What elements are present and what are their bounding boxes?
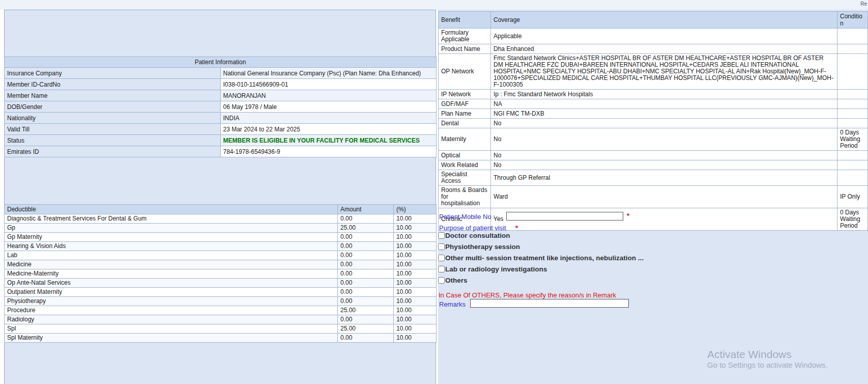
deductible-row: Lab0.0010.00 (5, 251, 437, 260)
benefit-cell: Rooms & Boards for hospitalisation (439, 186, 491, 208)
benefit-coverage-table: BenefitCoverageCondition Formulary Appli… (438, 11, 868, 231)
patient-info-label: DOB/Gender (5, 101, 221, 113)
benefit-row: OP NetworkFmc Standard Network Clinics+A… (439, 54, 868, 90)
patient-info-label: Valid Till (5, 124, 221, 135)
patient-info-label: Insurance Company (5, 68, 221, 79)
deductible-row: Op Ante-Natal Services0.0010.00 (5, 279, 437, 288)
deductible-percent-cell: 10.00 (394, 324, 437, 334)
coverage-cell: No (491, 151, 837, 160)
patient-info-label: Emirates ID (5, 146, 221, 157)
patient-info-value: 06 May 1978 / Male (220, 101, 437, 113)
deductible-percent-cell: 10.00 (394, 242, 437, 251)
deductible-row: Physiotherapy0.0010.00 (5, 297, 437, 306)
coverage-cell: No (491, 128, 837, 151)
condition-cell (837, 44, 868, 54)
page: Re BenefitCoverageCondition Formulary Ap… (0, 0, 868, 384)
deductible-column-header: (%) (394, 205, 437, 214)
purpose-checkbox-row: Others (438, 277, 468, 284)
benefit-row: Formulary ApplicableApplicable (439, 29, 868, 44)
benefit-row: Plan NameNGI FMC TM-DXB (439, 109, 868, 119)
benefit-cell: OP Network (439, 54, 491, 90)
coverage-cell: Ward (491, 186, 837, 208)
coverage-cell: No (491, 160, 837, 170)
deductible-row: Outpatient Maternity0.0010.00 (5, 288, 437, 297)
patient-info-row: Member ID-CardNoI038-010-114566909-01 (5, 79, 437, 90)
deductible-amount-cell: 25.00 (338, 306, 394, 315)
others-remark-note: In Case Of OTHERS, Please specify the re… (439, 291, 616, 299)
deductible-name-cell: Lab (5, 251, 338, 260)
purpose-checkbox-label: Physiotherapy session (445, 243, 520, 251)
deductible-row: Procedure25.0010.00 (5, 306, 437, 315)
deductible-table: DeductibleAmount(%) Diagnostic & Treatme… (4, 204, 437, 343)
deductible-name-cell: Spl Maternity (5, 334, 338, 343)
deductible-name-cell: Diagnostic & Treatment Services For Dent… (5, 214, 338, 224)
deductible-row: Medicine0.0010.00 (5, 260, 437, 269)
purpose-checkbox[interactable] (438, 232, 445, 239)
deductible-name-cell: Medicine (5, 260, 338, 269)
deductible-amount-cell: 0.00 (338, 214, 394, 224)
deductible-name-cell: Gp Maternity (5, 233, 338, 242)
condition-cell: 0 Days Waiting Period (837, 128, 868, 151)
benefit-column-header: Condition (837, 12, 868, 29)
benefit-row: OpticalNo (439, 151, 868, 160)
watermark-line2: Go to Settings to activate Windows. (707, 361, 828, 370)
patient-info-row: DOB/Gender06 May 1978 / Male (5, 101, 437, 113)
benefit-cell: Dental (439, 119, 491, 128)
deductible-amount-cell: 0.00 (338, 288, 394, 297)
condition-cell (837, 54, 868, 90)
purpose-checkbox[interactable] (438, 277, 445, 284)
deductible-row: Diagnostic & Treatment Services For Dent… (5, 214, 437, 224)
deductible-percent-cell: 10.00 (394, 279, 437, 288)
benefit-cell: GDF/MAF (439, 99, 491, 109)
patient-info-value: I038-010-114566909-01 (220, 79, 437, 90)
deductible-amount-cell: 25.00 (338, 324, 394, 334)
deductible-amount-cell: 0.00 (338, 242, 394, 251)
patient-info-value: MANORANJAN (220, 90, 437, 101)
benefit-row: Specialist AccessThrough GP Referral (439, 170, 868, 186)
deductible-percent-cell: 10.00 (394, 288, 437, 297)
deductible-column-header: Amount (338, 205, 394, 214)
deductible-percent-cell: 10.00 (394, 269, 437, 279)
patient-mobile-required-star: * (627, 212, 629, 220)
condition-cell (837, 160, 868, 170)
patient-mobile-input[interactable] (506, 212, 623, 221)
coverage-cell: NGI FMC TM-DXB (491, 109, 837, 119)
deductible-amount-cell: 0.00 (338, 334, 394, 343)
patient-info-value: 784-1978-6549436-9 (220, 146, 437, 157)
purpose-checkbox-label: Others (445, 277, 468, 284)
patient-info-label: Member Name (5, 90, 221, 101)
patient-information-table: Patient Information Insurance CompanyNat… (4, 57, 437, 157)
purpose-checkbox[interactable] (438, 243, 445, 250)
deductible-name-cell: Medicine-Maternity (5, 269, 338, 279)
deductible-name-cell: Outpatient Maternity (5, 288, 338, 297)
patient-info-row: NationalityINDIA (5, 113, 437, 124)
purpose-checkbox-label: Other multi- session treatment like inje… (445, 254, 644, 262)
purpose-checkbox-row: Physiotherapy session (438, 243, 520, 251)
purpose-checkbox[interactable] (438, 266, 445, 272)
deductible-name-cell: Hearing & Vision Aids (5, 242, 338, 251)
deductible-table-header-row: DeductibleAmount(%) (5, 205, 437, 214)
patient-info-label: Member ID-CardNo (5, 79, 221, 90)
patient-info-value: National General Insurance Company (Psc)… (220, 68, 437, 79)
top-strip: Re (0, 0, 868, 10)
deductible-percent-cell: 10.00 (394, 251, 437, 260)
left-panel: Patient Information Insurance CompanyNat… (4, 10, 436, 384)
patient-info-value: MEMBER IS ELIGIBLE IN YOUR FACILITY FOR … (220, 135, 437, 146)
patient-mobile-label: Patient Mobile No : (439, 213, 495, 221)
coverage-cell: Fmc Standard Network Clinics+ASTER HOSPI… (491, 54, 837, 90)
deductible-name-cell: Physiotherapy (5, 297, 338, 306)
benefit-row: DentalNo (439, 119, 868, 128)
condition-cell (837, 29, 868, 44)
deductible-percent-cell: 10.00 (394, 334, 437, 343)
benefit-row: Work RelatedNo (439, 160, 868, 170)
purpose-checkbox[interactable] (438, 255, 445, 261)
deductible-percent-cell: 10.00 (394, 214, 437, 224)
deductible-percent-cell: 10.00 (394, 306, 437, 315)
top-right-text: Re (860, 1, 867, 7)
benefit-row: Product NameDha Enhanced (439, 44, 868, 54)
benefit-cell: Specialist Access (439, 170, 491, 186)
purpose-required-star: * (515, 224, 518, 232)
remarks-input[interactable] (470, 299, 629, 308)
purpose-of-visit-label: Purpose of patient visit (439, 224, 506, 232)
purpose-checkbox-row: Lab or radiology investigations (438, 265, 547, 273)
